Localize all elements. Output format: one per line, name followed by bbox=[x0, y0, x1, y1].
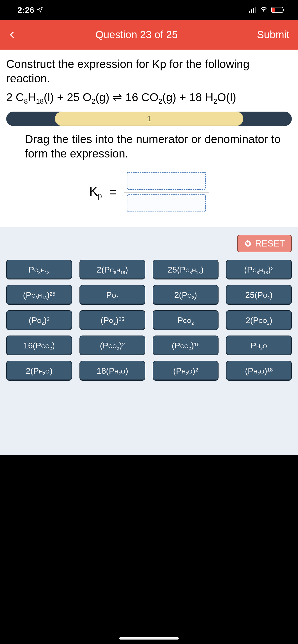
answer-tile[interactable]: (PO2)2 bbox=[6, 310, 72, 330]
battery-icon bbox=[271, 7, 283, 13]
cellular-icon bbox=[249, 7, 256, 13]
answer-tile[interactable]: (PO2)25 bbox=[79, 310, 145, 330]
fraction-line bbox=[124, 192, 209, 192]
equals-sign: = bbox=[109, 185, 117, 200]
answer-tile[interactable]: 18(PH2O) bbox=[79, 361, 145, 381]
app-header: Question 23 of 25 Submit bbox=[0, 20, 298, 50]
fraction bbox=[124, 172, 209, 212]
question-prompt: Construct the expression for Kp for the … bbox=[0, 50, 298, 90]
numerator-dropzone[interactable] bbox=[127, 172, 206, 190]
wifi-icon bbox=[260, 5, 268, 15]
progress-bar: 1 bbox=[6, 112, 292, 126]
status-left: 2:26 bbox=[17, 5, 43, 15]
denominator-dropzone[interactable] bbox=[127, 194, 206, 212]
clock: 2:26 bbox=[17, 5, 34, 15]
kp-label: Kp bbox=[89, 184, 102, 200]
expression-builder: Kp = bbox=[0, 168, 298, 227]
answer-tile[interactable]: (PH2O)2 bbox=[153, 361, 219, 381]
status-bar: 2:26 bbox=[0, 0, 298, 20]
tile-grid: PC8H182(PC8H18)25(PC8H18)(PC8H18)2(PC8H1… bbox=[6, 260, 292, 381]
answer-tile[interactable]: 2(PCO2) bbox=[226, 310, 292, 330]
submit-button[interactable]: Submit bbox=[248, 29, 298, 41]
answer-tile[interactable]: 2(PH2O) bbox=[6, 361, 72, 381]
answer-tray: RESET PC8H182(PC8H18)25(PC8H18)(PC8H18)2… bbox=[0, 227, 298, 455]
content-area: Construct the expression for Kp for the … bbox=[0, 50, 298, 227]
location-icon bbox=[37, 5, 43, 15]
answer-tile[interactable]: 25(PC8H18) bbox=[153, 260, 219, 280]
answer-tile[interactable]: 16(PCO2) bbox=[6, 336, 72, 355]
reset-label: RESET bbox=[255, 238, 285, 249]
answer-tile[interactable]: 2(PC8H18) bbox=[79, 260, 145, 280]
progress-fill: 1 bbox=[55, 112, 243, 126]
answer-tile[interactable]: 25(PO2) bbox=[226, 285, 292, 305]
answer-tile[interactable]: (PH2O)18 bbox=[226, 361, 292, 381]
drag-instruction: Drag the tiles into the numerator or den… bbox=[0, 132, 298, 168]
home-indicator[interactable] bbox=[119, 637, 179, 640]
answer-tile[interactable]: PO2 bbox=[79, 285, 145, 305]
answer-tile[interactable]: PC8H18 bbox=[6, 260, 72, 280]
question-counter: Question 23 of 25 bbox=[25, 29, 248, 41]
answer-tile[interactable]: PH2O bbox=[226, 336, 292, 355]
answer-tile[interactable]: (PCO2)2 bbox=[79, 336, 145, 355]
back-button[interactable] bbox=[0, 30, 25, 39]
answer-tile[interactable]: (PC8H18)2 bbox=[226, 260, 292, 280]
reset-button[interactable]: RESET bbox=[237, 235, 292, 252]
reaction-equation: 2 C8H18(l) + 25 O2(g) ⇌ 16 CO2(g) + 18 H… bbox=[0, 90, 298, 112]
answer-tile[interactable]: PCO2 bbox=[153, 310, 219, 330]
answer-tile[interactable]: (PC8H18)25 bbox=[6, 285, 72, 305]
answer-tile[interactable]: (PCO2)16 bbox=[153, 336, 219, 355]
answer-tile[interactable]: 2(PO2) bbox=[153, 285, 219, 305]
status-right bbox=[249, 5, 283, 15]
